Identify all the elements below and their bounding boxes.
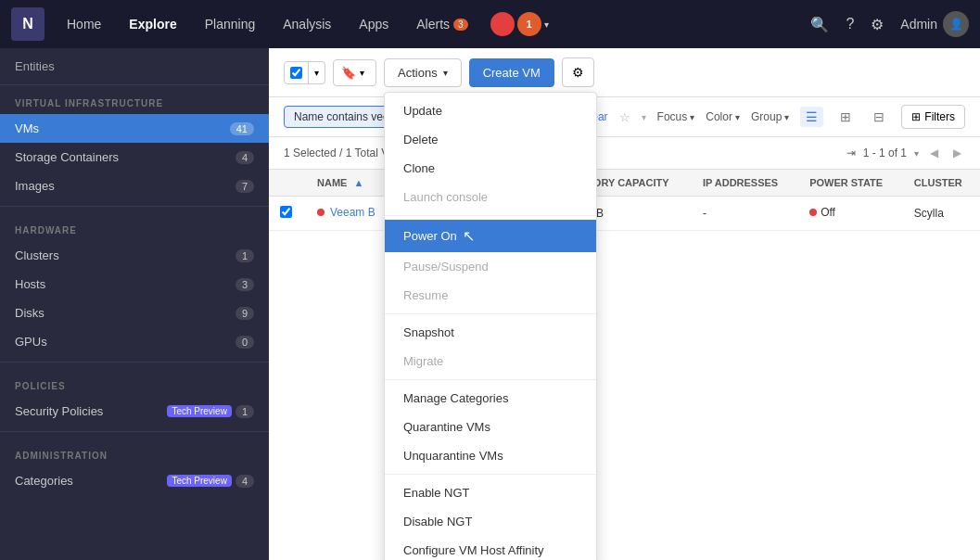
- menu-item-update[interactable]: Update: [385, 96, 596, 125]
- actions-dropdown-container: Actions ▾ Update Delete Clone Launch con…: [384, 58, 462, 87]
- main-content: ▾ 🔖 ▾ Actions ▾ Update Delete Clone Laun…: [269, 48, 980, 560]
- admin-menu[interactable]: Admin 👤: [900, 11, 969, 37]
- sidebar-count-categories: 4: [235, 475, 254, 488]
- tech-preview-badge-security: Tech Preview: [167, 405, 231, 417]
- checkbox-chevron[interactable]: ▾: [308, 62, 325, 83]
- col-ip: IP ADDRESSES: [692, 170, 798, 197]
- menu-item-clone[interactable]: Clone: [385, 154, 596, 183]
- sidebar-label-clusters: Clusters: [15, 248, 235, 262]
- sidebar-item-hosts[interactable]: Hosts 3: [0, 270, 269, 299]
- page-dropdown[interactable]: ▾: [914, 148, 919, 159]
- logo[interactable]: N: [11, 7, 45, 41]
- color-control[interactable]: Color▾: [706, 110, 740, 123]
- menu-item-disable-ngt[interactable]: Disable NGT: [385, 507, 596, 536]
- menu-item-enable-ngt[interactable]: Enable NGT: [385, 478, 596, 507]
- menu-item-pause-suspend: Pause/Suspend: [385, 252, 596, 281]
- create-vm-button[interactable]: Create VM: [469, 58, 554, 87]
- menu-item-migrate: Migrate: [385, 347, 596, 375]
- star-icon[interactable]: ☆: [619, 110, 630, 124]
- checkbox-all-btn[interactable]: ▾: [284, 61, 325, 84]
- actions-button[interactable]: Actions ▾: [384, 58, 462, 87]
- toolbar: ▾ 🔖 ▾ Actions ▾ Update Delete Clone Laun…: [269, 48, 980, 97]
- select-all-checkbox[interactable]: [290, 67, 302, 79]
- power-state-dot: [809, 209, 817, 216]
- view-grid-btn[interactable]: ⊞: [834, 107, 857, 127]
- sidebar-label-disks: Disks: [15, 306, 235, 320]
- sidebar-count-security: 1: [235, 405, 254, 418]
- bookmark-btn[interactable]: 🔖 ▾: [333, 59, 376, 86]
- page-info: 1 - 1 of 1: [863, 146, 907, 159]
- nav-planning[interactable]: Planning: [192, 9, 269, 39]
- sidebar-label-storage: Storage Containers: [15, 150, 235, 164]
- view-list-btn[interactable]: ☰: [800, 107, 823, 127]
- sidebar-count-hosts: 3: [235, 278, 254, 291]
- alert-chevron[interactable]: ▾: [544, 19, 549, 30]
- menu-item-launch-console: Launch console: [385, 183, 596, 211]
- menu-item-quarantine[interactable]: Quarantine VMs: [385, 413, 596, 441]
- cursor-icon: ↖: [463, 227, 475, 245]
- sidebar-label-security: Security Policies: [15, 404, 163, 418]
- sidebar-label-vms: VMs: [15, 121, 230, 135]
- next-page-btn[interactable]: ▶: [949, 145, 965, 161]
- nav-analysis[interactable]: Analysis: [270, 9, 344, 39]
- menu-item-unquarantine[interactable]: Unquarantine VMs: [385, 441, 596, 470]
- bookmark-chevron[interactable]: ▾: [356, 68, 368, 78]
- topnav: N Home Explore Planning Analysis Apps Al…: [0, 0, 980, 48]
- table-row: Veeam B admin - 10 GiB - Off Scylla: [269, 197, 980, 231]
- search-icon[interactable]: 🔍: [810, 16, 829, 33]
- settings-gear-button[interactable]: ⚙: [562, 57, 594, 87]
- sidebar-count-disks: 9: [235, 307, 254, 320]
- sidebar-item-images[interactable]: Images 7: [0, 172, 269, 200]
- actions-dropdown-menu: Update Delete Clone Launch console Power…: [384, 92, 597, 561]
- filters-button[interactable]: ⊞ Filters: [901, 105, 965, 129]
- tech-preview-badge-categories: Tech Preview: [167, 475, 231, 487]
- menu-item-snapshot[interactable]: Snapshot: [385, 318, 596, 347]
- sidebar-item-clusters[interactable]: Clusters 1: [0, 241, 269, 270]
- menu-item-configure-affinity[interactable]: Configure VM Host Affinity: [385, 536, 596, 561]
- col-name[interactable]: NAME ▲: [306, 170, 394, 197]
- prev-page-btn[interactable]: ◀: [926, 145, 942, 161]
- group-control[interactable]: Group▾: [751, 110, 789, 123]
- filter-chevron[interactable]: ▾: [642, 112, 646, 122]
- nav-explore[interactable]: Explore: [116, 9, 189, 39]
- alert-indicators[interactable]: 1 ▾: [490, 12, 549, 36]
- menu-item-manage-categories[interactable]: Manage Categories: [385, 384, 596, 413]
- sidebar-item-categories[interactable]: Categories Tech Preview 4: [0, 466, 269, 495]
- col-cluster: CLUSTER: [903, 170, 980, 197]
- menu-item-delete[interactable]: Delete: [385, 125, 596, 154]
- table-container: NAME ▲ OWNER HYPERVISOR MEMORY CAPACITY …: [269, 170, 980, 560]
- sidebar-section-policies: POLICIES: [0, 368, 269, 397]
- sidebar-item-disks[interactable]: Disks 9: [0, 299, 269, 327]
- sidebar-item-gpus[interactable]: GPUs 0: [0, 327, 269, 356]
- alert-orange[interactable]: 1: [517, 12, 541, 36]
- sidebar-item-vms[interactable]: VMs 41: [0, 114, 269, 143]
- nav-home[interactable]: Home: [54, 9, 114, 39]
- alerts-badge: 3: [453, 19, 468, 31]
- sidebar-count-images: 7: [235, 180, 254, 193]
- sort-arrow: ▲: [353, 177, 363, 188]
- sidebar-item-storage[interactable]: Storage Containers 4: [0, 143, 269, 172]
- vm-name[interactable]: Veeam B: [330, 206, 375, 219]
- help-icon[interactable]: ?: [846, 16, 854, 32]
- sidebar: Entities VIRTUAL INFRASTRUCTURE VMs 41 S…: [0, 48, 269, 560]
- nav-alerts[interactable]: Alerts 3: [403, 9, 480, 39]
- entities-link[interactable]: Entities: [0, 48, 269, 84]
- nav-apps[interactable]: Apps: [346, 9, 401, 39]
- sidebar-count-storage: 4: [235, 151, 254, 164]
- sidebar-count-clusters: 1: [235, 249, 254, 262]
- focus-control[interactable]: Focus▾: [657, 110, 695, 123]
- menu-item-power-on[interactable]: Power On ↖: [385, 220, 596, 252]
- sidebar-count-gpus: 0: [235, 336, 254, 349]
- sidebar-label-hosts: Hosts: [15, 277, 235, 291]
- export-icon[interactable]: ⇥: [846, 146, 856, 159]
- row-checkbox[interactable]: [280, 206, 292, 218]
- view-tile-btn[interactable]: ⊟: [868, 107, 890, 127]
- row-power-state: Off: [798, 197, 903, 228]
- sidebar-item-security[interactable]: Security Policies Tech Preview 1: [0, 397, 269, 426]
- alert-red[interactable]: [490, 12, 515, 36]
- sidebar-label-images: Images: [15, 179, 235, 193]
- settings-icon[interactable]: ⚙: [871, 16, 884, 33]
- sidebar-label-categories: Categories: [15, 474, 163, 488]
- selection-bar: 1 Selected / 1 Total VMs ⇥ 1 - 1 of 1 ▾ …: [269, 137, 980, 170]
- filter-bar: Name contains veeam Clear ☆ ▾ Focus▾ Col…: [269, 97, 980, 137]
